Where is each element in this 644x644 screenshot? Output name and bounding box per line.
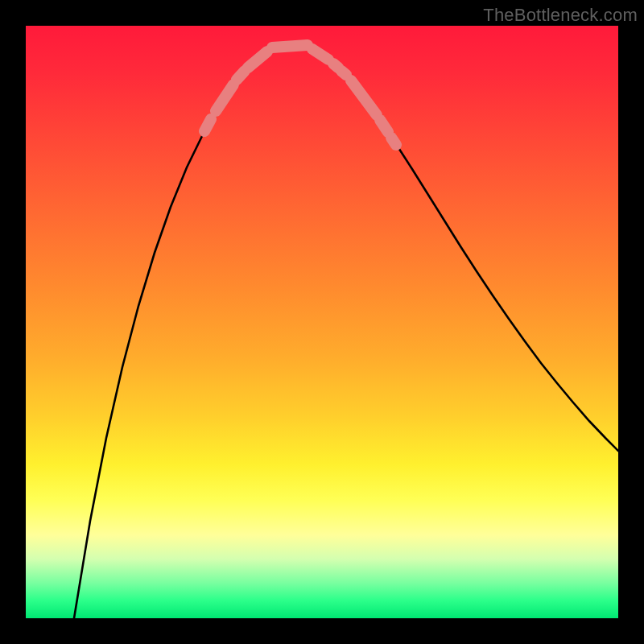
highlight-segment [237,71,245,80]
highlight-segment [341,71,346,75]
highlight-segment [351,80,377,115]
highlight-segment [380,120,388,132]
highlight-segment [391,138,396,145]
chart-frame: TheBottleneck.com [0,0,644,644]
curve-layer [26,26,618,618]
highlight-segment [272,45,308,47]
highlight-segment [204,119,211,131]
highlight-segments-group [204,45,396,145]
highlight-segment [312,49,328,60]
watermark-text: TheBottleneck.com [483,5,638,26]
highlight-segment [248,52,267,68]
bottleneck-curve [74,43,618,618]
plot-area [26,26,618,618]
highlight-segment [216,85,233,111]
